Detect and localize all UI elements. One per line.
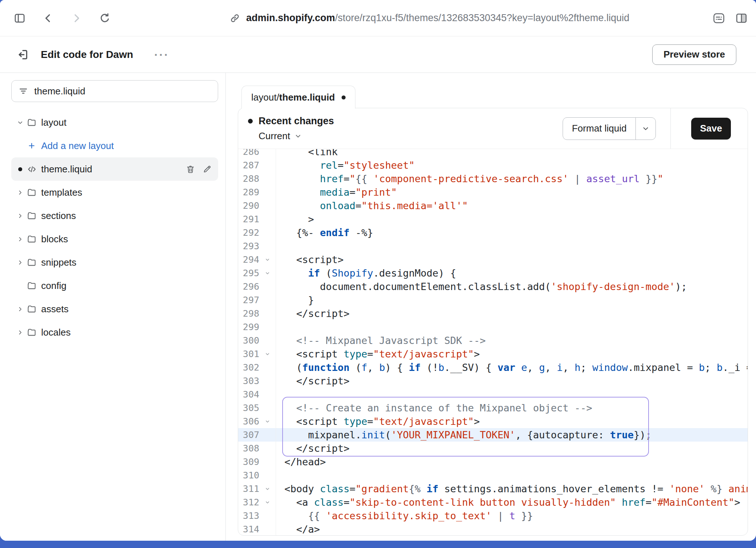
code-editor[interactable]: 286 <link287 rel="stylesheet"288 href="{… bbox=[238, 149, 748, 535]
item-label: templates bbox=[41, 187, 82, 198]
folder-icon bbox=[27, 188, 37, 197]
rename-file-button[interactable] bbox=[200, 162, 214, 176]
code-line-306[interactable]: 306 <script type="text/javascript"> bbox=[238, 415, 748, 428]
delete-file-button[interactable] bbox=[183, 162, 198, 176]
code-line-295[interactable]: 295 if (Shopify.designMode) { bbox=[238, 266, 748, 280]
line-number: 294 bbox=[238, 253, 259, 266]
line-number: 314 bbox=[238, 522, 259, 535]
code-line-300[interactable]: 300 <!-- Mixpanel Javascript SDK --> bbox=[238, 334, 748, 347]
line-number: 313 bbox=[238, 509, 259, 522]
split-view-icon[interactable] bbox=[735, 12, 748, 25]
sidebar-item-sections[interactable]: sections bbox=[11, 204, 218, 227]
item-label: Add a new layout bbox=[41, 140, 114, 152]
editor-toolbar: Recent changes Current Format liquid bbox=[238, 108, 748, 149]
line-number: 298 bbox=[238, 307, 259, 320]
code-line-304[interactable]: 304 bbox=[238, 388, 748, 401]
add-new-layout-link[interactable]: Add a new layout bbox=[11, 134, 218, 157]
customize-icon[interactable] bbox=[712, 12, 725, 25]
code-line-288[interactable]: 288 href="{{ 'component-predictive-searc… bbox=[238, 172, 748, 185]
sidebar-item-snippets[interactable]: snippets bbox=[11, 251, 218, 274]
gutter: 294 bbox=[238, 253, 276, 266]
sidebar-item-assets[interactable]: assets bbox=[11, 297, 218, 321]
code-line-289[interactable]: 289 media="print" bbox=[238, 185, 748, 199]
code-line-311[interactable]: 311<body class="gradient{% if settings.a… bbox=[238, 482, 748, 496]
code-line-310[interactable]: 310 bbox=[238, 469, 748, 482]
code-line-314[interactable]: 314 </a> bbox=[238, 522, 748, 535]
code-line-305[interactable]: 305 <!-- Create an instance of the Mixpa… bbox=[238, 401, 748, 415]
sidebar-toggle-icon[interactable] bbox=[13, 12, 26, 25]
fold-chevron-icon[interactable] bbox=[265, 486, 270, 492]
url-bar[interactable]: admin.shopify.com/store/rzq1xu-f5/themes… bbox=[229, 0, 629, 36]
exit-icon[interactable] bbox=[15, 47, 31, 63]
forward-icon[interactable] bbox=[70, 12, 83, 25]
line-number: 308 bbox=[238, 442, 259, 455]
gutter: 290 bbox=[238, 199, 276, 212]
fold-chevron-icon[interactable] bbox=[265, 270, 270, 276]
code-line-292[interactable]: 292 {%- endif -%} bbox=[238, 226, 748, 239]
save-button[interactable]: Save bbox=[691, 118, 731, 140]
code-line-296[interactable]: 296 document.documentElement.classList.a… bbox=[238, 280, 748, 293]
sidebar-item-templates[interactable]: templates bbox=[11, 181, 218, 204]
more-button[interactable]: ··· bbox=[154, 49, 169, 60]
gutter: 304 bbox=[238, 388, 276, 401]
sidebar-item-blocks[interactable]: blocks bbox=[11, 227, 218, 251]
gutter: 305 bbox=[238, 401, 276, 415]
gutter: 292 bbox=[238, 226, 276, 239]
sidebar-item-layout[interactable]: layout bbox=[11, 111, 218, 134]
code-line-287[interactable]: 287 rel="stylesheet" bbox=[238, 158, 748, 172]
line-number: 287 bbox=[238, 158, 259, 172]
line-number: 289 bbox=[238, 185, 259, 199]
gutter: 313 bbox=[238, 509, 276, 522]
line-number: 293 bbox=[238, 239, 259, 253]
line-number: 311 bbox=[238, 482, 259, 496]
folder-icon bbox=[27, 211, 37, 221]
item-label: sections bbox=[41, 210, 76, 222]
code-line-312[interactable]: 312 <a class="skip-to-content-link butto… bbox=[238, 496, 748, 509]
format-liquid-button[interactable]: Format liquid bbox=[563, 117, 656, 140]
code-line-309[interactable]: 309</head> bbox=[238, 455, 748, 469]
code-line-290[interactable]: 290 onload="this.media='all'" bbox=[238, 199, 748, 212]
recent-changes-label: Recent changes bbox=[259, 116, 334, 127]
file-filter-box[interactable] bbox=[11, 80, 218, 102]
item-label: locales bbox=[41, 327, 71, 338]
code-line-297[interactable]: 297 } bbox=[238, 293, 748, 307]
fold-chevron-icon[interactable] bbox=[265, 500, 270, 505]
code-line-307[interactable]: 307 mixpanel.init('YOUR_MIXPANEL_TOKEN',… bbox=[238, 428, 748, 442]
preview-store-button[interactable]: Preview store bbox=[652, 44, 736, 65]
fold-chevron-icon[interactable] bbox=[265, 257, 270, 262]
code-line-294[interactable]: 294 <script> bbox=[238, 253, 748, 266]
gutter: 309 bbox=[238, 455, 276, 469]
toolbar-divider bbox=[670, 108, 671, 149]
fold-chevron-icon[interactable] bbox=[265, 419, 270, 424]
line-number: 286 bbox=[238, 149, 259, 158]
gutter: 295 bbox=[238, 266, 276, 280]
code-line-286[interactable]: 286 <link bbox=[238, 149, 748, 158]
file-filter-input[interactable] bbox=[34, 85, 211, 97]
gutter: 310 bbox=[238, 469, 276, 482]
code-file-icon bbox=[27, 164, 37, 174]
sidebar-item-locales[interactable]: locales bbox=[11, 321, 218, 344]
tab-theme-liquid[interactable]: layout/theme.liquid bbox=[241, 86, 355, 109]
sidebar-item-config[interactable]: config bbox=[11, 274, 218, 297]
gutter: 307 bbox=[238, 428, 276, 442]
reload-icon[interactable] bbox=[98, 12, 111, 25]
code-line-299[interactable]: 299 bbox=[238, 320, 748, 334]
fold-chevron-icon[interactable] bbox=[265, 351, 270, 357]
code-line-301[interactable]: 301 <script type="text/javascript"> bbox=[238, 347, 748, 361]
item-label: layout bbox=[41, 117, 66, 128]
item-label: assets bbox=[41, 304, 68, 315]
version-dropdown[interactable]: Current bbox=[259, 130, 334, 142]
gutter: 314 bbox=[238, 522, 276, 535]
format-options-chevron-icon[interactable] bbox=[636, 118, 655, 140]
code-line-293[interactable]: 293 bbox=[238, 239, 748, 253]
code-line-302[interactable]: 302 (function (f, b) { if (!b.__SV) { va… bbox=[238, 361, 748, 374]
back-icon[interactable] bbox=[42, 12, 55, 25]
code-line-303[interactable]: 303 </script> bbox=[238, 374, 748, 388]
sidebar-file-theme.liquid[interactable]: theme.liquid bbox=[11, 157, 218, 181]
folder-icon bbox=[27, 304, 37, 314]
code-line-291[interactable]: 291 > bbox=[238, 212, 748, 226]
code-line-308[interactable]: 308 </script> bbox=[238, 442, 748, 455]
code-line-313[interactable]: 313 {{ 'accessibility.skip_to_text' | t … bbox=[238, 509, 748, 522]
gutter: 297 bbox=[238, 293, 276, 307]
code-line-298[interactable]: 298 </script> bbox=[238, 307, 748, 320]
